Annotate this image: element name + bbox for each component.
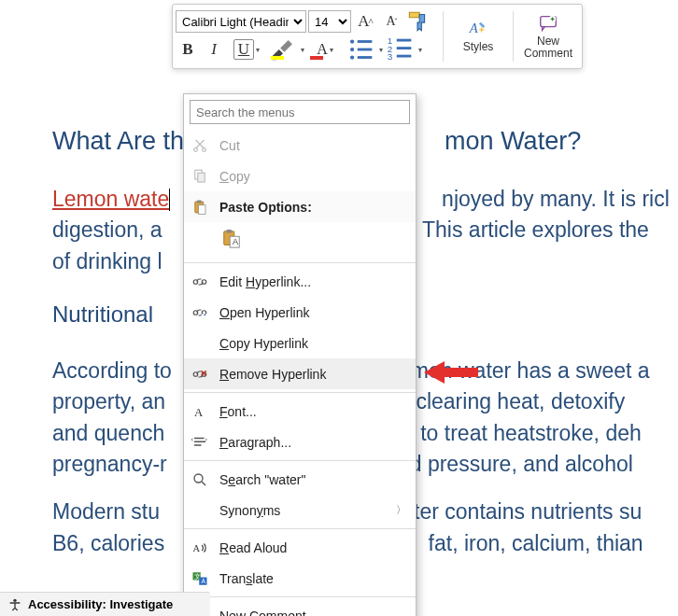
highlight-icon: [267, 34, 299, 65]
paste-icon: [190, 197, 210, 217]
styles-icon: A: [468, 19, 488, 39]
shrink-font-button[interactable]: Aˇ: [379, 9, 403, 34]
svg-point-0: [350, 39, 354, 43]
search-icon: [190, 469, 210, 490]
menu-copy-hyperlink[interactable]: Copy Hyperlink: [184, 328, 416, 358]
svg-rect-23: [227, 230, 233, 233]
svg-text:A: A: [202, 578, 206, 584]
format-painter-icon: [405, 9, 430, 34]
svg-rect-34: [194, 437, 205, 439]
svg-rect-5: [358, 56, 373, 59]
svg-point-2: [350, 55, 354, 59]
svg-text:A: A: [469, 21, 478, 35]
numbering-icon: 123: [385, 34, 417, 65]
svg-rect-3: [358, 40, 373, 43]
svg-rect-35: [194, 441, 205, 442]
svg-point-45: [13, 598, 16, 601]
menu-cut[interactable]: Cut: [184, 130, 416, 161]
menu-open-hyperlink[interactable]: Open Hyperlink: [184, 297, 416, 328]
menu-copy[interactable]: Copy: [184, 161, 416, 191]
menu-paste-options-header: Paste Options:: [184, 191, 416, 222]
svg-rect-36: [194, 444, 202, 446]
blank-icon: [190, 500, 210, 521]
menu-paragraph[interactable]: Paragraph...: [184, 427, 416, 457]
menu-edit-hyperlink[interactable]: Edit Hyperlink...: [184, 266, 416, 297]
svg-rect-9: [397, 39, 412, 42]
svg-text:A: A: [194, 405, 204, 418]
svg-rect-4: [358, 49, 373, 51]
styles-label: Styles: [463, 41, 494, 53]
bullets-icon: [346, 34, 377, 65]
new-comment-label: New Comment: [524, 35, 572, 60]
menu-translate[interactable]: 文A Translate: [184, 563, 416, 594]
svg-text:A: A: [233, 237, 239, 246]
translate-icon: 文A: [190, 568, 210, 589]
new-comment-icon: [538, 13, 558, 34]
paste-keep-text-only[interactable]: A: [218, 226, 246, 252]
new-comment-button[interactable]: New Comment: [517, 7, 579, 65]
menu-search-water[interactable]: Search "water": [184, 464, 416, 495]
remove-hyperlink-icon: [190, 364, 210, 385]
paste-options-tray: A: [184, 222, 416, 259]
status-bar: Accessibility: Investigate: [0, 592, 210, 616]
svg-point-15: [194, 147, 198, 151]
menu-read-aloud[interactable]: A Read Aloud: [184, 532, 416, 563]
chevron-right-icon: 〉: [396, 503, 406, 517]
svg-rect-21: [199, 204, 206, 214]
svg-point-30: [202, 313, 207, 318]
blank-icon: [190, 333, 210, 354]
context-menu: Cut Copy Paste Options: A Edit Hyperlink…: [183, 93, 417, 616]
svg-rect-10: [397, 47, 412, 49]
accessibility-status[interactable]: Accessibility: Investigate: [28, 597, 173, 611]
menu-font[interactable]: A Font...: [184, 396, 416, 427]
cut-icon: [190, 135, 210, 156]
menu-remove-hyperlink[interactable]: Remove Hyperlink: [184, 358, 416, 389]
grow-font-button[interactable]: A^: [353, 9, 377, 34]
paragraph-icon: [190, 432, 210, 453]
font-icon: A: [190, 401, 210, 422]
svg-rect-20: [197, 200, 202, 203]
svg-point-37: [194, 474, 203, 483]
format-painter-button[interactable]: [405, 9, 430, 34]
text-cursor: [169, 189, 170, 211]
hyperlink-lemon-water[interactable]: Lemon wate: [52, 187, 169, 211]
italic-button[interactable]: I: [202, 37, 226, 62]
menu-search-input[interactable]: [196, 105, 403, 119]
font-color-button[interactable]: A ▾: [306, 37, 344, 62]
underline-button[interactable]: U▾: [228, 37, 265, 62]
svg-point-16: [203, 147, 206, 151]
accessibility-icon: [7, 597, 22, 612]
svg-text:A: A: [193, 542, 201, 553]
svg-rect-18: [198, 173, 205, 182]
bold-button[interactable]: B: [176, 37, 200, 62]
bullets-button[interactable]: ▾: [346, 37, 383, 62]
styles-button[interactable]: A Styles: [447, 7, 509, 65]
font-size-select[interactable]: 14: [308, 10, 351, 33]
read-aloud-icon: A: [190, 538, 210, 558]
mini-toolbar: Calibri Light (Heading 14 A^ Aˇ B I U▾: [172, 4, 583, 69]
menu-synonyms[interactable]: Synonyms 〉: [184, 495, 416, 525]
open-hyperlink-icon: [190, 302, 210, 323]
menu-new-comment[interactable]: New Comment: [184, 600, 416, 616]
font-family-select[interactable]: Calibri Light (Heading: [176, 10, 306, 33]
menu-search-box[interactable]: [190, 100, 410, 124]
copy-icon: [190, 166, 210, 187]
svg-text:3: 3: [388, 51, 393, 62]
highlight-button[interactable]: ▾: [267, 37, 304, 62]
svg-point-1: [350, 48, 354, 51]
numbering-button[interactable]: 123 ▾: [385, 37, 422, 62]
edit-hyperlink-icon: [190, 272, 210, 292]
svg-rect-11: [397, 55, 412, 58]
